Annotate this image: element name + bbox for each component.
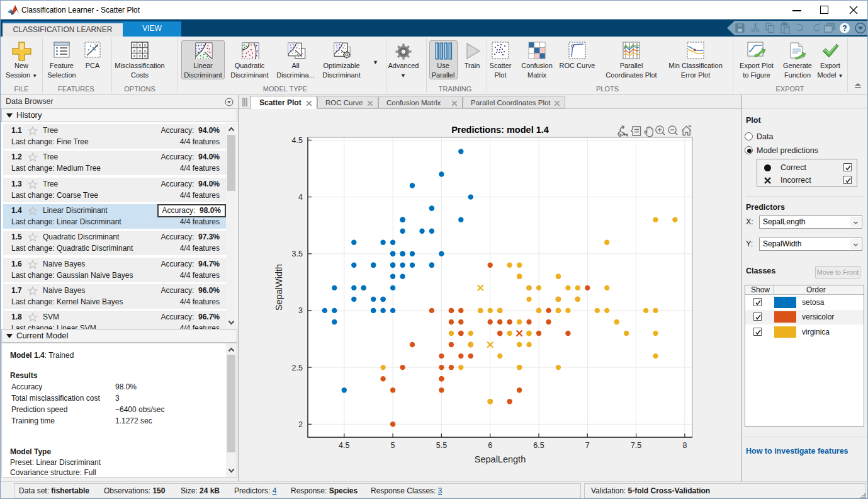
svg-text:SepalLength: SepalLength: [475, 454, 526, 464]
svg-text:x: x: [144, 43, 146, 48]
svg-text:SepalWidth: SepalWidth: [274, 264, 284, 311]
svg-text:x: x: [144, 49, 146, 54]
svg-text:x: x: [138, 54, 141, 59]
svg-text:2: 2: [298, 420, 303, 429]
svg-text:o: o: [138, 49, 141, 54]
svg-text:o: o: [133, 43, 135, 48]
svg-text:3: 3: [298, 306, 303, 315]
svg-text:?: ?: [842, 24, 847, 33]
svg-text:7: 7: [585, 441, 590, 450]
svg-text:5: 5: [391, 441, 395, 450]
svg-text:7.5: 7.5: [631, 441, 641, 450]
svg-text:o: o: [144, 54, 146, 59]
svg-text:5.5: 5.5: [436, 441, 447, 450]
svg-text:x: x: [138, 43, 141, 48]
svg-text:4.5: 4.5: [292, 136, 303, 145]
svg-text:4.5: 4.5: [339, 441, 349, 450]
svg-text:2.5: 2.5: [292, 364, 303, 372]
svg-text:8: 8: [682, 441, 687, 450]
svg-text:4: 4: [298, 193, 303, 202]
svg-text:3.5: 3.5: [292, 250, 303, 258]
svg-text:x: x: [133, 49, 135, 54]
svg-text:Predictions: model 1.4: Predictions: model 1.4: [451, 125, 549, 135]
svg-text:6.5: 6.5: [533, 441, 544, 450]
svg-text:x: x: [133, 54, 135, 59]
svg-text:6: 6: [488, 441, 492, 450]
